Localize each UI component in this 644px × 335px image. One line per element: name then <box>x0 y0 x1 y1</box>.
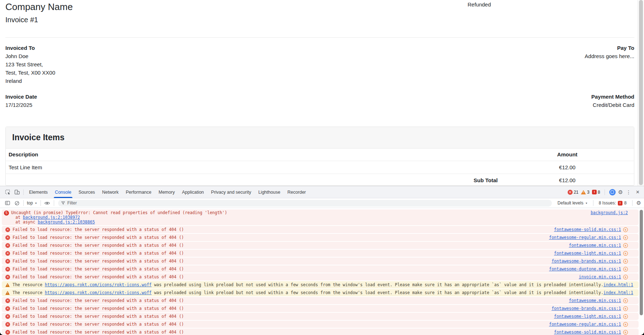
request-initiator-icon[interactable]: ⇅ <box>623 227 628 232</box>
console-error-row: ✕Failed to load resource: the server res… <box>2 234 639 241</box>
console-source-link[interactable]: fontawesome-solid.min.css:1 <box>554 330 621 335</box>
invoiced-to-line: John Doe <box>5 52 55 60</box>
preload-resource-link[interactable]: https://apps.rokt.com/icons/rokt-icons.w… <box>45 282 152 287</box>
console-source-link[interactable]: fontawesome-light.min.css:1 <box>554 251 621 256</box>
stack-frame-link[interactable]: background.js:2:1038972 <box>23 215 80 220</box>
console-source-link[interactable]: fontawesome-brands.min.css:1 <box>551 259 621 264</box>
error-text: Failed to load resource: the server resp… <box>13 235 184 240</box>
console-source-link[interactable]: fontawesome-light.min.css:1 <box>554 314 621 319</box>
close-devtools-icon[interactable]: ✕ <box>634 189 641 195</box>
console-source-link[interactable]: invoice.min.css:1 <box>579 274 621 279</box>
console-error-row: ✕Failed to load resource: the server res… <box>2 242 639 249</box>
pay-to-address: Address goes here... <box>585 52 634 60</box>
request-initiator-icon[interactable]: ⇅ <box>623 251 628 256</box>
error-icon: ✕ <box>5 275 10 279</box>
console-error-row: ✕Failed to load resource: the server res… <box>2 258 639 265</box>
error-count: 21 <box>574 190 578 195</box>
issues-toolbar-item[interactable]: 8 Issues: ! 8 <box>597 200 628 206</box>
invoiced-to-line: Ireland <box>5 77 55 85</box>
console-source-link[interactable]: fontawesome.min.css:1 <box>569 298 621 303</box>
console-error-row: ✕Failed to load resource: the server res… <box>2 321 639 328</box>
request-initiator-icon[interactable]: ⇅ <box>623 267 628 272</box>
error-text: Failed to load resource: the server resp… <box>13 314 184 319</box>
warning-icon <box>5 283 10 287</box>
console-source-link[interactable]: index.html:1 <box>603 290 633 295</box>
preload-resource-link[interactable]: https://apps.rokt.com/icons/rokt-icons.w… <box>45 290 152 295</box>
request-initiator-icon[interactable]: ⇅ <box>623 275 628 279</box>
settings-gear-icon[interactable]: ⚙ <box>618 189 623 195</box>
warning-text: The resource https://apps.rokt.com/icons… <box>13 290 603 295</box>
divider <box>23 189 24 195</box>
request-initiator-icon[interactable]: ⇅ <box>623 235 628 240</box>
request-initiator-icon[interactable]: ⇅ <box>623 259 628 264</box>
request-initiator-icon[interactable]: ⇅ <box>623 298 628 303</box>
tab-network[interactable]: Network <box>99 186 122 198</box>
console-error-row: ✕Failed to load resource: the server res… <box>2 305 639 312</box>
page-scrollbar-thumb[interactable] <box>639 0 643 185</box>
console-source-link[interactable]: fontawesome.min.css:1 <box>569 243 621 248</box>
page-scrollbar[interactable] <box>638 0 644 186</box>
invoice-items-title: Invoice Items <box>12 133 65 142</box>
console-source-link[interactable]: fontawesome-brands.min.css:1 <box>551 306 621 311</box>
console-source-link[interactable]: fontawesome-solid.min.css:1 <box>554 227 621 232</box>
tab-privacy-and-security[interactable]: Privacy and security <box>208 186 255 198</box>
invoiced-to-line: 123 Test Street, <box>5 60 55 69</box>
console-source-link[interactable]: fontawesome-regular.min.css:1 <box>549 322 621 327</box>
tab-memory[interactable]: Memory <box>155 186 178 198</box>
amount-column-header: Amount <box>501 148 634 161</box>
error-icon: ✕ <box>5 322 10 327</box>
request-initiator-icon[interactable]: ⇅ <box>623 314 628 319</box>
console-error-row: ✕Failed to load resource: the server res… <box>2 273 639 280</box>
issues-counter[interactable]: ! 8 <box>592 190 600 195</box>
divider <box>23 200 24 206</box>
invoice-page: Company Name Invoice #1 Refunded Invoice… <box>0 0 644 186</box>
tab-elements[interactable]: Elements <box>25 186 51 198</box>
console-source-link[interactable]: fontawesome-regular.min.css:1 <box>549 235 621 240</box>
request-initiator-icon[interactable]: ⇅ <box>623 243 628 248</box>
error-icon: ✕ <box>5 243 10 248</box>
error-text: Failed to load resource: the server resp… <box>13 227 184 232</box>
error-text: Failed to load resource: the server resp… <box>13 322 184 327</box>
filter-funnel-icon <box>61 201 65 205</box>
device-toolbar-icon[interactable] <box>12 188 22 197</box>
console-settings-gear-icon[interactable]: ⚙ <box>636 200 641 206</box>
more-options-icon[interactable]: ⋮ <box>625 189 632 195</box>
log-levels-value: Default levels <box>558 200 583 206</box>
divider <box>632 200 633 206</box>
clear-console-icon[interactable] <box>12 198 22 208</box>
pay-to-block: Pay To Address goes here... <box>585 44 634 60</box>
request-initiator-icon[interactable]: ⇅ <box>623 322 628 327</box>
tab-console[interactable]: Console <box>51 186 75 198</box>
inspect-element-icon[interactable] <box>3 188 12 197</box>
tab-lighthouse[interactable]: Lighthouse <box>255 186 284 198</box>
console-error-counter[interactable]: ✕ 21 <box>568 190 578 195</box>
error-icon: ✕ <box>5 298 10 303</box>
extension-icon[interactable] <box>609 189 616 195</box>
issues-badge-icon: ! <box>592 190 597 194</box>
error-icon: ✕ <box>5 251 10 256</box>
issues-badge-icon: ! <box>618 201 622 206</box>
tab-recorder[interactable]: Recorder <box>284 186 309 198</box>
context-selector[interactable]: top ▼ <box>25 200 39 206</box>
console-scrollbar-thumb[interactable] <box>640 210 643 315</box>
console-error-row: ✕Failed to load resource: the server res… <box>2 313 639 320</box>
tab-performance[interactable]: Performance <box>122 186 155 198</box>
live-expression-eye-icon[interactable] <box>43 198 52 208</box>
request-initiator-icon[interactable]: ⇅ <box>623 306 628 311</box>
tab-sources[interactable]: Sources <box>75 186 99 198</box>
log-levels-dropdown[interactable]: Default levels ▼ <box>556 200 589 206</box>
console-filter-input[interactable]: Filter <box>58 200 552 207</box>
invoice-date-label: Invoice Date <box>5 94 37 100</box>
warning-text: The resource https://apps.rokt.com/icons… <box>13 282 603 287</box>
console-source-link[interactable]: background.js:2 <box>591 211 628 215</box>
console-source-link[interactable]: fontawesome-duotone.min.css:1 <box>549 266 621 272</box>
console-sidebar-icon[interactable] <box>3 198 12 208</box>
console-source-link[interactable]: index.html:1 <box>603 282 633 287</box>
tab-application[interactable]: Application <box>178 186 207 198</box>
console-warning-counter[interactable]: 3 <box>581 190 589 195</box>
request-initiator-icon[interactable]: ⇅ <box>623 330 628 335</box>
invoice-number: Invoice #1 <box>5 16 38 24</box>
devtools-tabbar-right: ✕ 21 3 ! 8 ⚙ ⋮ ✕ <box>568 189 641 195</box>
stack-frame-link[interactable]: background.js:2:1038865 <box>38 220 95 225</box>
issues-label: 8 Issues: <box>599 200 616 206</box>
